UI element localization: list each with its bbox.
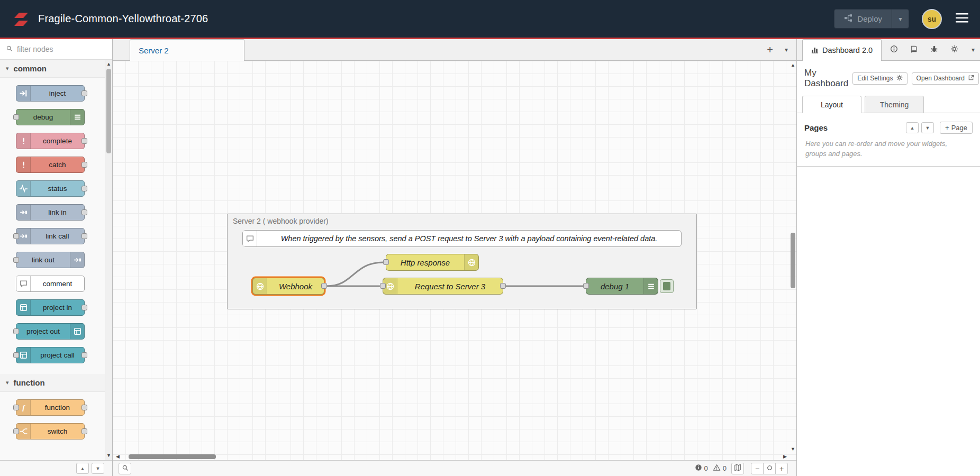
flow-list-button[interactable]: ▾ bbox=[785, 46, 788, 53]
scroll-up-arrow[interactable]: ▲ bbox=[105, 62, 112, 67]
tab-layout[interactable]: Layout bbox=[802, 96, 861, 113]
node-label: link out bbox=[16, 252, 70, 268]
palette-node-inject[interactable]: inject bbox=[16, 85, 85, 102]
palette-node-complete[interactable]: complete bbox=[16, 133, 85, 149]
tab-help[interactable] bbox=[904, 39, 924, 60]
zoom-reset-button[interactable] bbox=[763, 463, 776, 474]
palette-category-common[interactable]: ▾common bbox=[0, 60, 112, 78]
palette-node-catch[interactable]: catch bbox=[16, 157, 85, 173]
project-icon bbox=[16, 300, 31, 315]
node-label: comment bbox=[31, 276, 84, 291]
flow-node-request-to-server-3[interactable]: Request to Server 3 bbox=[383, 278, 503, 295]
zoom-in-button[interactable]: + bbox=[775, 463, 788, 474]
canvas-scroll-up-arrow[interactable]: ▲ bbox=[791, 63, 795, 68]
output-port[interactable] bbox=[500, 283, 506, 289]
move-page-down-button[interactable]: ▼ bbox=[921, 122, 934, 133]
palette-node-link-call[interactable]: link call bbox=[16, 228, 85, 244]
add-flow-button[interactable]: + bbox=[767, 44, 773, 55]
canvas-scroll-left-arrow[interactable]: ◀ bbox=[116, 454, 120, 459]
output-port[interactable] bbox=[81, 305, 87, 310]
minus-icon: − bbox=[755, 464, 759, 473]
canvas-scroll-down-arrow[interactable]: ▼ bbox=[791, 447, 795, 452]
add-page-button[interactable]: + Page bbox=[940, 122, 973, 134]
flow-canvas[interactable]: Server 2 ( webhook provider) ▲ ▼ ◀ ▶ Whe… bbox=[113, 61, 796, 460]
input-port[interactable] bbox=[383, 259, 389, 265]
palette-expand-all-button[interactable]: ▼ bbox=[92, 463, 104, 474]
debug-toggle-button[interactable] bbox=[660, 279, 674, 293]
edit-settings-button[interactable]: Edit Settings bbox=[852, 72, 907, 85]
input-port[interactable] bbox=[13, 405, 19, 410]
flow-node-http-response[interactable]: Http response bbox=[386, 254, 479, 271]
info-icon bbox=[890, 45, 898, 54]
palette-node-status[interactable]: status bbox=[16, 180, 85, 197]
palette-scrollbar[interactable]: ▲ ▼ bbox=[105, 60, 112, 460]
horizontal-scrollbar-thumb[interactable] bbox=[129, 454, 216, 459]
output-port[interactable] bbox=[81, 352, 87, 358]
main-menu-button[interactable] bbox=[956, 13, 968, 24]
palette-category-function[interactable]: ▾function bbox=[0, 374, 112, 392]
flow-node-webhook[interactable]: Webhook bbox=[252, 278, 324, 295]
open-dashboard-button[interactable]: Open Dashboard bbox=[912, 72, 979, 85]
canvas-scroll-right-arrow[interactable]: ▶ bbox=[783, 454, 787, 459]
input-port[interactable] bbox=[13, 428, 19, 434]
warning-count[interactable]: 0 bbox=[713, 464, 727, 473]
palette-search-input[interactable] bbox=[17, 45, 91, 53]
output-port[interactable] bbox=[81, 162, 87, 168]
palette-node-switch[interactable]: switch bbox=[16, 423, 85, 440]
input-port[interactable] bbox=[13, 328, 19, 334]
deploy-button[interactable]: Deploy ▾ bbox=[834, 9, 909, 29]
output-port[interactable] bbox=[321, 283, 327, 289]
sidebar-tabstrip: Dashboard 2.0 bbox=[797, 39, 980, 61]
dashboard-panel: My Dashboard Edit Settings Open Dashboar… bbox=[797, 61, 980, 476]
canvas-search-button[interactable] bbox=[119, 463, 131, 474]
palette-node-debug[interactable]: debug bbox=[16, 109, 85, 125]
vertical-scrollbar-thumb[interactable] bbox=[791, 233, 795, 288]
tab-config-nodes[interactable] bbox=[944, 39, 964, 60]
palette-node-comment[interactable]: comment bbox=[16, 276, 85, 292]
palette-collapse-all-button[interactable]: ▲ bbox=[76, 463, 89, 474]
output-port[interactable] bbox=[81, 233, 87, 239]
input-port[interactable] bbox=[13, 114, 19, 120]
user-avatar[interactable]: su bbox=[922, 9, 942, 29]
error-count[interactable]: 0 bbox=[695, 464, 708, 473]
node-label: debug bbox=[16, 109, 70, 125]
tab-dashboard-2-0[interactable]: Dashboard 2.0 bbox=[802, 39, 882, 61]
tab-debug[interactable] bbox=[924, 39, 944, 60]
palette-node-function[interactable]: ffunction bbox=[16, 399, 85, 416]
palette-search bbox=[0, 39, 112, 60]
output-port[interactable] bbox=[81, 209, 87, 215]
chevron-down-icon: ▾ bbox=[972, 46, 975, 53]
output-port[interactable] bbox=[81, 405, 87, 410]
navigator-button[interactable] bbox=[731, 463, 744, 474]
divider bbox=[797, 166, 980, 167]
palette-node-link-in[interactable]: link in bbox=[16, 204, 85, 221]
flow-tab-server-2[interactable]: Server 2 bbox=[130, 39, 244, 61]
input-port[interactable] bbox=[380, 283, 386, 289]
deploy-options-button[interactable]: ▾ bbox=[892, 10, 909, 28]
palette-node-link-out[interactable]: link out bbox=[16, 252, 85, 268]
tab-theming[interactable]: Theming bbox=[865, 96, 924, 113]
palette-node-project-in[interactable]: project in bbox=[16, 299, 85, 316]
book-icon bbox=[910, 45, 918, 54]
input-port[interactable] bbox=[13, 233, 19, 239]
output-port[interactable] bbox=[81, 186, 87, 191]
move-page-up-button[interactable]: ▲ bbox=[906, 122, 919, 133]
palette-scrollbar-thumb[interactable] bbox=[106, 69, 111, 153]
input-port[interactable] bbox=[13, 352, 19, 358]
palette-node-project-out[interactable]: project out bbox=[16, 323, 85, 340]
flow-node-debug-1[interactable]: debug 1 bbox=[586, 278, 658, 295]
scroll-down-arrow[interactable]: ▼ bbox=[105, 453, 112, 458]
output-port[interactable] bbox=[81, 428, 87, 434]
tab-info[interactable] bbox=[884, 39, 904, 60]
input-port[interactable] bbox=[583, 283, 589, 289]
output-port[interactable] bbox=[81, 90, 87, 96]
zoom-out-button[interactable]: − bbox=[751, 463, 764, 474]
svg-text:f: f bbox=[22, 404, 25, 411]
output-port[interactable] bbox=[81, 138, 87, 144]
canvas-footer: 0 0 − bbox=[113, 460, 796, 476]
flowfuse-logo[interactable] bbox=[12, 11, 31, 28]
sidebar-options-button[interactable]: ▾ bbox=[972, 39, 975, 60]
palette-node-project-call[interactable]: project call bbox=[16, 347, 85, 363]
input-port[interactable] bbox=[13, 257, 19, 263]
flow-comment-node[interactable]: When triggered by the sensors, send a PO… bbox=[242, 230, 682, 247]
